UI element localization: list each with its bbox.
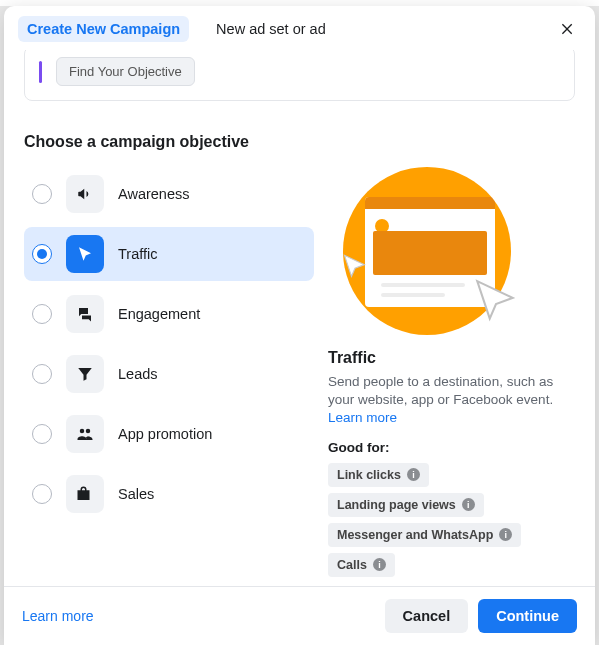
people-icon [66, 415, 104, 453]
close-icon[interactable] [559, 20, 577, 38]
good-for-chips: Link clicksi Landing page viewsi Messeng… [328, 463, 575, 577]
radio-icon [32, 184, 52, 204]
good-for-label: Good for: [328, 440, 575, 455]
find-your-objective-button[interactable]: Find Your Objective [56, 57, 195, 86]
modal-body: Find Your Objective Choose a campaign ob… [4, 50, 595, 586]
detail-title: Traffic [328, 349, 575, 367]
continue-button[interactable]: Continue [478, 599, 577, 633]
info-icon[interactable]: i [499, 528, 512, 541]
tab-create-new-campaign[interactable]: Create New Campaign [18, 16, 189, 42]
funnel-icon [66, 355, 104, 393]
megaphone-icon [66, 175, 104, 213]
objective-label: Traffic [118, 246, 157, 262]
cancel-button[interactable]: Cancel [385, 599, 469, 633]
objective-leads[interactable]: Leads [24, 347, 314, 401]
radio-icon [32, 364, 52, 384]
detail-learn-more-link[interactable]: Learn more [328, 410, 397, 425]
chip-label: Messenger and WhatsApp [337, 528, 493, 542]
chip-calls: Callsi [328, 553, 395, 577]
radio-icon [32, 424, 52, 444]
create-campaign-modal: Create New Campaign New ad set or ad Fin… [4, 6, 595, 645]
modal-footer: Learn more Cancel Continue [4, 586, 595, 645]
radio-icon [32, 244, 52, 264]
objective-traffic[interactable]: Traffic [24, 227, 314, 281]
objective-label: Leads [118, 366, 158, 382]
modal-tabs: Create New Campaign New ad set or ad [4, 6, 595, 50]
objective-app-promotion[interactable]: App promotion [24, 407, 314, 461]
cursor-icon [66, 235, 104, 273]
objective-engagement[interactable]: Engagement [24, 287, 314, 341]
objective-detail: Traffic Send people to a destination, su… [324, 167, 575, 577]
chip-label: Landing page views [337, 498, 456, 512]
chip-link-clicks: Link clicksi [328, 463, 429, 487]
objective-label: Sales [118, 486, 154, 502]
info-icon[interactable]: i [373, 558, 386, 571]
radio-icon [32, 304, 52, 324]
objective-list: Awareness Traffic Engagement [24, 167, 314, 577]
objective-awareness[interactable]: Awareness [24, 167, 314, 221]
objective-label: Engagement [118, 306, 200, 322]
objective-label: Awareness [118, 186, 189, 202]
find-objective-card: Find Your Objective [24, 50, 575, 101]
objective-label: App promotion [118, 426, 212, 442]
chat-icon [66, 295, 104, 333]
accent-stripe [39, 61, 42, 83]
tab-new-ad-set-or-ad[interactable]: New ad set or ad [207, 16, 335, 42]
radio-icon [32, 484, 52, 504]
bag-icon [66, 475, 104, 513]
section-title: Choose a campaign objective [24, 133, 575, 151]
detail-description: Send people to a destination, such as yo… [328, 373, 575, 428]
objective-sales[interactable]: Sales [24, 467, 314, 521]
chip-messenger-whatsapp: Messenger and WhatsAppi [328, 523, 521, 547]
info-icon[interactable]: i [462, 498, 475, 511]
footer-learn-more-link[interactable]: Learn more [22, 608, 94, 624]
chip-label: Link clicks [337, 468, 401, 482]
chip-label: Calls [337, 558, 367, 572]
detail-description-text: Send people to a destination, such as yo… [328, 374, 553, 407]
info-icon[interactable]: i [407, 468, 420, 481]
chip-landing-page-views: Landing page viewsi [328, 493, 484, 517]
